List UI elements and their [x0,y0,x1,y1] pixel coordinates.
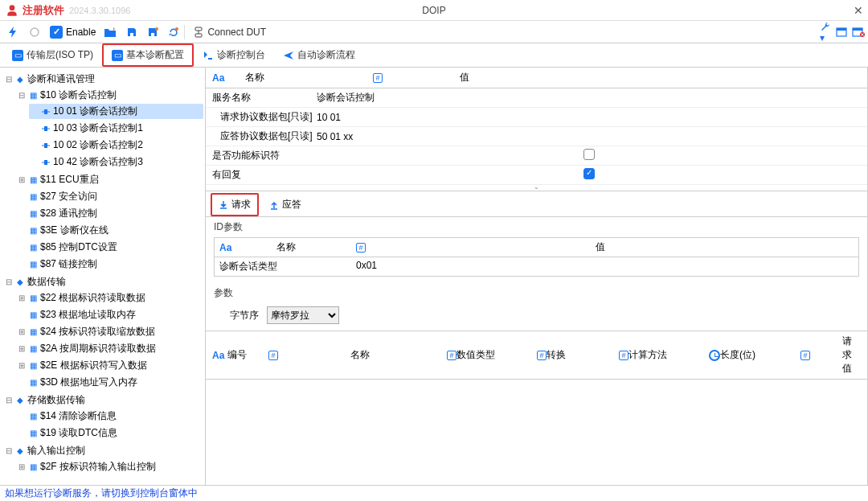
console-icon [203,50,214,61]
prop-resp-packet: 应答协议数据包[只读] 50 01 xx [206,127,867,146]
tab-strip: ▭ 传输层(ISO TP) ▭ 基本诊断配置 诊断控制台 自动诊断流程 [0,43,868,68]
tree-node-3d[interactable]: ▦$3D 根据地址写入内存 [16,375,203,390]
svg-rect-11 [853,28,862,31]
tree-node-3e[interactable]: ▦$3E 诊断仪在线 [16,223,203,238]
refresh-icon[interactable] [163,25,184,39]
id-params-table: Aa 名称 # 值 诊断会话类型 0x01 [214,237,859,277]
tree-node-87[interactable]: ▦$87 链接控制 [16,257,203,272]
sub-tab-response[interactable]: 应答 [262,193,309,216]
open-icon[interactable] [99,25,121,39]
col-name: 名称 [245,71,264,84]
tree-node-23[interactable]: ▦$23 根据地址读取内存 [16,307,203,322]
status-bar: 如果想运行诊断服务，请切换到控制台窗体中 [0,485,868,501]
text-type-icon: Aa [212,350,224,361]
id-col-name: 名称 [276,240,296,254]
layer-icon: ▭ [12,50,23,61]
circle-icon[interactable] [24,25,45,39]
id-params-row[interactable]: 诊断会话类型 0x01 [215,257,858,276]
tree-leaf-10-03[interactable]: 10 03 诊断会话控制1 [29,121,203,136]
tree-group-io[interactable]: ⊟◆ 输入输出控制 [3,443,203,458]
hash-icon: # [356,243,366,253]
title-bar: 注册软件 2024.3.30.1096 DOIP ✕ [0,0,868,21]
svg-point-3 [155,27,158,31]
service-tree[interactable]: ⊟◆ 诊断和通讯管理 ⊟▦ $10 诊断会话控制 10 01 诊断会话控制 10… [0,68,206,485]
text-type-icon: Aa [219,242,231,253]
tree-node-2f[interactable]: ⊞▦$2F 按标识符输入输出控制 [16,459,203,474]
main-area: ⊟◆ 诊断和通讯管理 ⊟▦ $10 诊断会话控制 10 01 诊断会话控制 10… [0,68,868,485]
prop-service-name: 服务名称 诊断会话控制 [206,88,867,108]
connect-dut-label: Connect DUT [207,27,266,38]
enable-toggle[interactable]: ✓ Enable [47,24,99,40]
hash-icon: # [373,73,383,83]
connect-dut-button[interactable]: Connect DUT [184,25,271,39]
tree-node-19[interactable]: ▦$19 读取DTC信息 [16,425,203,441]
clock-icon [709,350,720,361]
tab-label: 基本诊断配置 [126,48,184,62]
checkbox-checked[interactable] [583,168,595,179]
tree-node-24[interactable]: ⊞▦$24 按标识符读取缩放数据 [16,324,203,339]
plane-icon [283,50,294,61]
sub-tab-label: 应答 [282,198,301,211]
save-as-icon[interactable] [142,25,163,39]
close-button[interactable]: ✕ [854,4,863,17]
tab-iso-tp[interactable]: ▭ 传输层(ISO TP) [3,44,102,66]
byte-order-row: 字节序 摩特罗拉 [214,303,859,327]
window-close-icon[interactable] [852,27,865,37]
tab-auto-flow[interactable]: 自动诊断流程 [274,44,364,66]
prop-req-packet: 请求协议数据包[只读] 10 01 [206,108,867,127]
prop-has-reply: 有回复 [206,166,867,185]
tree-node-2a[interactable]: ⊞▦$2A 按周期标识符读取数据 [16,341,203,356]
tab-label: 诊断控制台 [217,48,265,62]
tree-group-store[interactable]: ⊟◆ 存储数据传输 [3,392,203,408]
tree-node-28[interactable]: ▦$28 通讯控制 [16,206,203,221]
tree-node-2e[interactable]: ⊞▦$2E 根据标识符写入数据 [16,358,203,373]
id-col-value: 值 [596,240,605,254]
svg-rect-5 [195,27,202,31]
app-name: 注册软件 [23,3,64,18]
status-text: 如果想运行诊断服务，请切换到控制台窗体中 [5,487,198,500]
text-type-icon: Aa [212,72,224,84]
hash-icon: # [537,351,547,360]
tab-diag-console[interactable]: 诊断控制台 [194,44,274,66]
wrench-icon[interactable]: ▾ [820,21,831,43]
tree-node-10[interactable]: ⊟▦ $10 诊断会话控制 [16,88,203,103]
tree-leaf-10-02[interactable]: 10 02 诊断会话控制2 [29,138,203,153]
tree-node-85[interactable]: ▦$85 控制DTC设置 [16,240,203,255]
svg-rect-9 [837,28,846,31]
tab-label: 自动诊断流程 [297,48,355,62]
sub-tab-request[interactable]: 请求 [211,193,259,216]
download-icon [219,200,228,210]
tree-node-27[interactable]: ▦$27 安全访问 [16,189,203,204]
tree-node-14[interactable]: ▦$14 清除诊断信息 [16,409,203,424]
save-icon[interactable] [121,25,142,39]
svg-rect-1 [130,33,133,36]
enable-label: Enable [66,27,96,38]
tree-leaf-10-01[interactable]: 10 01 诊断会话控制 [29,104,203,119]
tree-group-data[interactable]: ⊟◆ 数据传输 [3,274,203,290]
svg-point-0 [31,28,39,36]
window-icon[interactable] [836,27,847,37]
tree-group-diag-comm[interactable]: ⊟◆ 诊断和通讯管理 [3,72,203,87]
lightning-icon[interactable] [3,25,23,39]
checkbox-checked-icon: ✓ [50,26,63,39]
svg-point-4 [175,27,178,31]
svg-rect-2 [151,33,154,36]
checkbox-unchecked[interactable] [583,149,595,160]
property-rows: 服务名称 诊断会话控制 请求协议数据包[只读] 10 01 应答协议数据包[只读… [206,88,867,185]
params-section: 参数 字节序 摩特罗拉 [214,283,859,327]
tab-basic-diag[interactable]: ▭ 基本诊断配置 [102,43,194,67]
params-title: 参数 [214,283,859,303]
id-params-header: Aa 名称 # 值 [215,238,858,257]
hash-icon: # [447,351,457,360]
tree-node-22[interactable]: ⊞▦$22 根据标识符读取数据 [16,290,203,306]
param-columns-header: Aa编号 # 名称 # 数值类型 # 转换 # 计算方法 长度(位) # 请求值 [206,331,867,380]
byte-order-select[interactable]: 摩特罗拉 [267,306,339,324]
property-header: Aa 名称 # 值 [206,68,867,88]
splitter-handle[interactable]: ⌄ [206,185,867,191]
toolbar: ✓ Enable Connect DUT ▾ [0,21,868,43]
upload-icon [269,200,279,210]
tree-node-11[interactable]: ⊞▦$11 ECU重启 [16,172,203,187]
app-icon [5,3,19,18]
sub-tab-strip: 请求 应答 [206,191,867,217]
tree-leaf-10-42[interactable]: 10 42 诊断会话控制3 [29,154,203,170]
